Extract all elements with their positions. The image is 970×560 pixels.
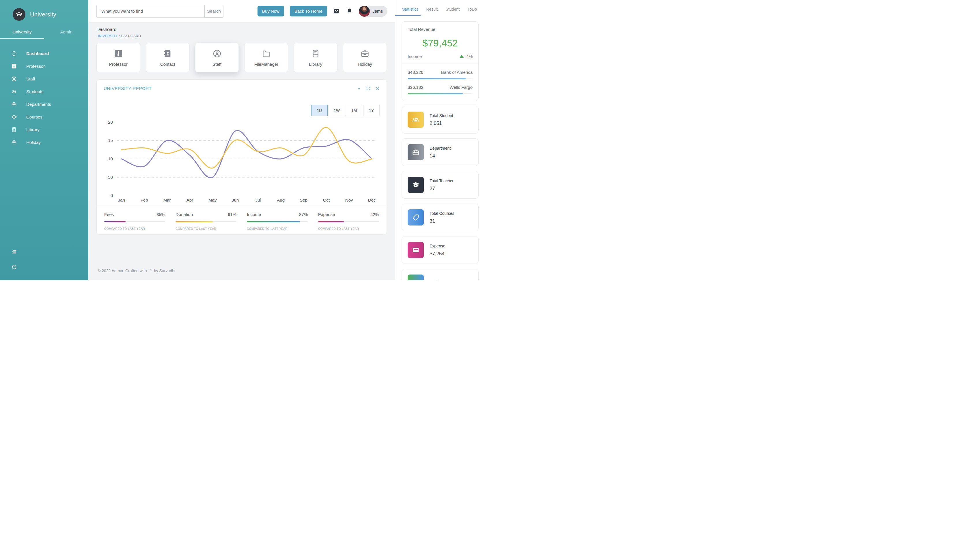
app-root: University UniversityAdmin Dashboard Pro… [0,0,485,280]
sidebar-item-library[interactable]: Library [0,123,89,136]
bank-progress [408,78,473,79]
tab-statistics[interactable]: Statistics [402,7,418,16]
stat-card-title: Total Courses [430,211,454,216]
sidebar-item-professor[interactable]: Professor [0,60,89,72]
svg-text:10: 10 [108,156,113,161]
income-delta-value: 4% [466,54,473,59]
svg-text:Oct: Oct [323,198,330,202]
bank-list: $43,320 Bank of America $36,132 Wells Fa… [408,70,473,94]
sidebar-item-label: Library [26,127,40,132]
stat-card-total-courses: Total Courses 31 [401,203,479,231]
sidebar-tab-admin[interactable]: Admin [44,29,89,39]
svg-text:Jan: Jan [118,198,125,202]
report-title: UNIVERSITY REPORT [104,86,152,91]
tab-todo[interactable]: ToDo [467,7,477,16]
stat-card-value: 2,051 [430,120,453,126]
bank-item-wells-fargo: $36,132 Wells Fargo [408,85,473,94]
mail-icon[interactable] [333,7,340,15]
folder-icon [261,49,271,58]
quicklink-contact[interactable]: Contact [146,43,190,72]
user-circle-icon [11,76,17,82]
brand-name: University [30,11,56,18]
total-revenue-card: Total Revenue $79,452 Income 4% $43,320 … [401,21,479,101]
footer-note: © 2022 Admin. Crafted with ♡ by Sarvadhi [96,261,387,280]
stat-card-total-teacher: Total Teacher 27 [401,171,479,199]
svg-text:Jul: Jul [255,198,261,202]
range-button-1y[interactable]: 1Y [363,105,380,116]
stat-card-department: Department 14 [401,138,479,166]
gauge-icon [11,50,17,57]
bell-icon[interactable] [346,7,353,15]
buy-now-button[interactable]: Buy Now [258,6,284,17]
sidebar-item-label: Holiday [26,140,41,145]
quicklink-library[interactable]: Library [294,43,338,72]
stat-card-value: 31 [430,218,454,224]
tie-badge-icon [114,49,123,58]
sidebar-tab-university[interactable]: University [0,29,44,39]
stat-card-value: $7,254 [430,251,445,257]
list-indent-icon[interactable] [11,249,17,255]
metric-caption: COMPARED TO LAST YEAR [104,227,165,230]
page-head: Dashoard UNIVERSITY / DASHOARD [96,27,387,38]
brand[interactable]: University [0,0,89,21]
back-to-home-button[interactable]: Back To Home [290,6,327,17]
contact-book-icon [163,49,172,58]
sidebar-item-holiday[interactable]: Holiday [0,136,89,148]
sidebar-item-label: Professor [26,64,45,68]
footer-credit: by Sarvadhi [154,268,175,273]
range-button-1d[interactable]: 1D [311,105,328,116]
range-button-1w[interactable]: 1W [329,105,345,116]
toolbox-icon [411,148,420,157]
sidebar-item-departments[interactable]: Departments [0,98,89,110]
income-label: Income [408,54,422,59]
avatar [359,6,370,17]
tie-badge-icon [11,63,17,69]
stat-card-total-student: Total Student 2,051 [401,106,479,133]
right-panel-tabs: StatisticsResultStudentToDo [401,7,479,16]
quicklink-label: Library [309,62,322,67]
sidebar-item-students[interactable]: Students [0,85,89,98]
expand-icon[interactable] [366,86,370,90]
search-input[interactable] [96,5,204,18]
quicklink-label: Professor [109,62,128,67]
stat-card-title: Total Income [430,279,452,280]
sidebar-tabs: UniversityAdmin [0,29,89,39]
user-menu[interactable]: Jems [359,6,387,17]
quicklink-filemanager[interactable]: FileManager [244,43,288,72]
stat-card-text: Department 14 [430,146,451,159]
quicklink-holiday[interactable]: Holiday [343,43,387,72]
tab-student[interactable]: Student [446,7,460,16]
sidebar-item-courses[interactable]: Courses [0,110,89,123]
bank-item-bank-of-america: $43,320 Bank of America [408,70,473,79]
briefcase-icon [11,139,17,145]
range-button-1m[interactable]: 1M [346,105,362,116]
sidebar-item-staff[interactable]: Staff [0,72,89,85]
stat-card-title: Department [430,146,451,150]
search-button[interactable]: Search [204,5,223,18]
metric-fees: Fees 35% COMPARED TO LAST YEAR [104,212,165,230]
income-delta: 4% [460,54,473,59]
breadcrumb: UNIVERSITY / DASHOARD [96,34,387,38]
tab-result[interactable]: Result [426,7,438,16]
bank-amount: $36,132 [408,85,423,90]
metric-expense: Expense 42% COMPARED TO LAST YEAR [318,212,379,230]
quicklink-staff[interactable]: Staff [195,43,239,72]
power-icon[interactable] [11,264,17,270]
close-icon[interactable] [375,86,380,90]
metric-percent: 35% [156,212,165,217]
svg-text:20: 20 [108,120,113,125]
sidebar-item-dashboard[interactable]: Dashboard [0,47,89,60]
stat-card-text: Total Income [430,279,452,280]
user-name: Jems [373,8,383,13]
range-selector: 1D1W1M1Y [104,105,380,116]
stat-card-text: Total Teacher 27 [430,178,453,192]
svg-text:Sep: Sep [299,198,308,202]
tag-icon [411,213,420,222]
sidebar-item-label: Students [26,89,43,94]
stat-card-title: Total Teacher [430,178,453,183]
main-column: Search Buy Now Back To Home Jems Dashoar… [89,0,395,280]
breadcrumb-university[interactable]: UNIVERSITY [96,34,118,38]
quicklink-professor[interactable]: Professor [96,43,140,72]
chevron-up-icon[interactable] [357,86,361,90]
metric-label: Fees [104,212,114,217]
